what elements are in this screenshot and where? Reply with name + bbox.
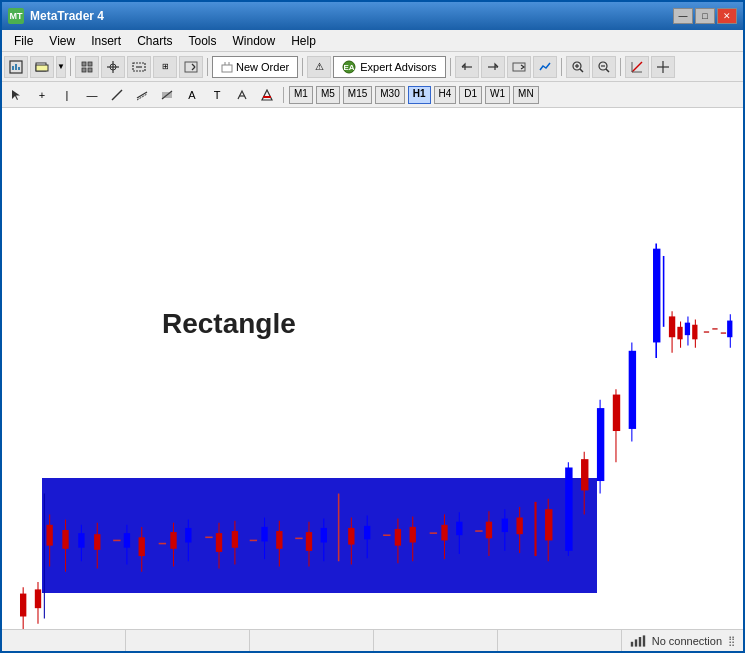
- color-btn[interactable]: [256, 85, 278, 105]
- svg-rect-77: [276, 531, 282, 549]
- period-sep2-btn[interactable]: [651, 56, 675, 78]
- status-seg-1: [2, 630, 126, 651]
- title-bar-left: MT MetaTrader 4: [8, 8, 104, 24]
- trendline-btn[interactable]: [106, 85, 128, 105]
- svg-rect-75: [261, 527, 267, 542]
- svg-marker-38: [12, 90, 20, 100]
- vertical-line-btn[interactable]: |: [56, 85, 78, 105]
- svg-rect-125: [685, 323, 690, 336]
- tf-m5[interactable]: M5: [316, 86, 340, 104]
- status-seg-3: [250, 630, 374, 651]
- menu-insert[interactable]: Insert: [83, 32, 129, 50]
- history-btn[interactable]: [455, 56, 479, 78]
- open-btn[interactable]: [30, 56, 54, 78]
- resize-grip[interactable]: ⣿: [728, 635, 735, 646]
- chart-line-btn[interactable]: [533, 56, 557, 78]
- new-order-button[interactable]: New Order: [212, 56, 298, 78]
- svg-rect-57: [94, 534, 100, 550]
- svg-line-17: [192, 67, 195, 70]
- svg-rect-123: [677, 327, 682, 340]
- svg-rect-80: [306, 532, 312, 551]
- svg-rect-138: [630, 641, 632, 646]
- chart-canvas[interactable]: Rectangle: [2, 108, 743, 629]
- svg-rect-135: [20, 594, 26, 617]
- svg-rect-139: [634, 639, 636, 646]
- menu-help[interactable]: Help: [283, 32, 324, 50]
- select-tool-btn[interactable]: [6, 85, 28, 105]
- chart-area[interactable]: Rectangle: [2, 108, 743, 651]
- svg-line-27: [580, 69, 583, 72]
- zoom-out-btn[interactable]: [592, 56, 616, 78]
- maximize-button[interactable]: □: [695, 8, 715, 24]
- history2-btn[interactable]: [481, 56, 505, 78]
- expert-advisors-button[interactable]: EA Expert Advisors: [333, 56, 445, 78]
- svg-rect-109: [565, 467, 572, 550]
- zoom-in-btn[interactable]: [566, 56, 590, 78]
- tf-m30[interactable]: M30: [375, 86, 404, 104]
- svg-rect-107: [545, 509, 552, 540]
- svg-rect-8: [82, 68, 86, 72]
- crosshair-btn[interactable]: [101, 56, 125, 78]
- channels-btn[interactable]: [131, 85, 153, 105]
- svg-rect-140: [638, 637, 640, 647]
- sep1: [70, 58, 71, 76]
- period-sep-btn[interactable]: ⊞: [153, 56, 177, 78]
- signal-icon: [630, 635, 646, 647]
- svg-rect-127: [692, 325, 697, 340]
- text-label-btn[interactable]: T: [206, 85, 228, 105]
- tf-h1[interactable]: H1: [408, 86, 431, 104]
- tf-d1[interactable]: D1: [459, 86, 482, 104]
- crosshair-tool-btn[interactable]: +: [31, 85, 53, 105]
- auto-scroll-btn[interactable]: [507, 56, 531, 78]
- svg-rect-97: [456, 522, 462, 536]
- menu-tools[interactable]: Tools: [181, 32, 225, 50]
- arrow-tools-btn[interactable]: [231, 85, 253, 105]
- chart-shift-btn[interactable]: [179, 56, 203, 78]
- fibo-btn[interactable]: [156, 85, 178, 105]
- svg-rect-85: [348, 528, 354, 545]
- svg-rect-119: [653, 249, 660, 343]
- svg-rect-100: [486, 522, 492, 539]
- menu-view[interactable]: View: [41, 32, 83, 50]
- new-chart-btn[interactable]: [4, 56, 28, 78]
- menu-file[interactable]: File: [6, 32, 41, 50]
- status-right: No connection ⣿: [622, 635, 743, 647]
- tf-m1[interactable]: M1: [289, 86, 313, 104]
- svg-rect-141: [642, 635, 644, 646]
- tf-m15[interactable]: M15: [343, 86, 372, 104]
- title-bar: MT MetaTrader 4 — □ ✕: [2, 2, 743, 30]
- svg-line-16: [192, 64, 195, 67]
- close-button[interactable]: ✕: [717, 8, 737, 24]
- horizontal-line-btn[interactable]: —: [81, 85, 103, 105]
- candle-group: [20, 243, 732, 629]
- tf-h4[interactable]: H4: [434, 86, 457, 104]
- svg-rect-92: [410, 527, 416, 543]
- zoom-select-btn[interactable]: [127, 56, 151, 78]
- profiles-btn[interactable]: [75, 56, 99, 78]
- svg-rect-111: [581, 459, 588, 490]
- svg-rect-102: [502, 519, 508, 533]
- svg-rect-82: [321, 528, 327, 543]
- menu-bar: File View Insert Charts Tools Window Hel…: [2, 30, 743, 52]
- tf-mn[interactable]: MN: [513, 86, 539, 104]
- app-icon: MT: [8, 8, 24, 24]
- menu-charts[interactable]: Charts: [129, 32, 180, 50]
- svg-rect-62: [139, 537, 145, 556]
- menu-window[interactable]: Window: [225, 32, 284, 50]
- tf-sep: [283, 87, 284, 103]
- svg-rect-137: [35, 589, 41, 608]
- alert-btn[interactable]: ⚠: [307, 56, 331, 78]
- text-btn[interactable]: A: [181, 85, 203, 105]
- minimize-button[interactable]: —: [673, 8, 693, 24]
- no-connection-text: No connection: [652, 635, 722, 647]
- svg-line-39: [112, 90, 122, 100]
- status-seg-2: [126, 630, 250, 651]
- status-seg-5: [498, 630, 622, 651]
- toolbar-main: ▼ ⊞ New Order ⚠ EA Expert Advisors: [2, 52, 743, 82]
- tf-w1[interactable]: W1: [485, 86, 510, 104]
- window-title: MetaTrader 4: [30, 9, 104, 23]
- indicator-btn[interactable]: [625, 56, 649, 78]
- open-arrow-btn[interactable]: ▼: [56, 56, 66, 78]
- svg-marker-47: [262, 90, 272, 100]
- status-bar: No connection ⣿: [2, 629, 743, 651]
